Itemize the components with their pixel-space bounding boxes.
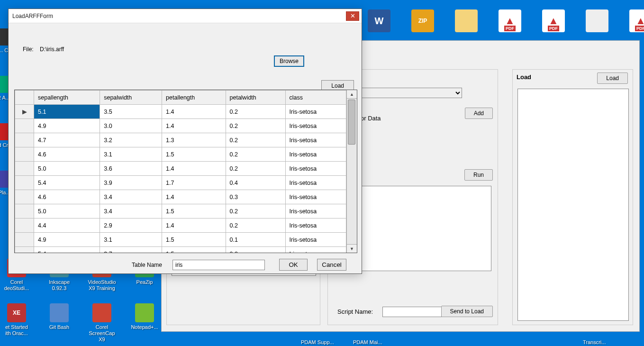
cell[interactable]: 1.4: [162, 219, 226, 233]
cell[interactable]: 3.2: [100, 133, 162, 147]
cell[interactable]: 1.7: [162, 176, 226, 190]
cell[interactable]: 1.5: [162, 233, 226, 247]
desktop-icon[interactable]: Git Bash: [43, 303, 76, 330]
cell[interactable]: 5.4: [34, 176, 100, 190]
cell[interactable]: 1.4: [162, 119, 226, 133]
table-row[interactable]: 5.03.41.50.2Iris-setosa: [15, 204, 346, 219]
cell[interactable]: 0.2: [226, 204, 285, 219]
cell[interactable]: 4.4: [34, 219, 100, 233]
cell[interactable]: 1.5: [162, 247, 226, 253]
cell[interactable]: 3.1: [100, 233, 162, 247]
cell[interactable]: 1.5: [162, 204, 226, 219]
cell[interactable]: 3.1: [100, 147, 162, 162]
run-button[interactable]: Run: [464, 169, 493, 181]
cell[interactable]: 4.9: [34, 119, 100, 133]
desktop-icon[interactable]: ZIP: [406, 9, 439, 34]
cell[interactable]: 3.6: [100, 162, 162, 176]
cell[interactable]: 1.3: [162, 133, 226, 147]
cell[interactable]: 3.7: [100, 247, 162, 253]
load-listbox[interactable]: [517, 89, 629, 321]
cell[interactable]: 3.9: [100, 176, 162, 190]
scroll-thumb[interactable]: [348, 100, 355, 145]
cell[interactable]: 0.2: [226, 247, 285, 253]
cell[interactable]: 3.4: [100, 204, 162, 219]
desktop-icon[interactable]: [450, 9, 483, 34]
column-header[interactable]: class: [285, 91, 346, 105]
cell[interactable]: 0.2: [226, 119, 285, 133]
table-row[interactable]: 5.43.71.50.2Iris-setosa: [15, 247, 346, 253]
cell[interactable]: Iris-setosa: [285, 204, 346, 219]
cell[interactable]: 0.2: [226, 162, 285, 176]
cell[interactable]: Iris-setosa: [285, 105, 346, 119]
table-row[interactable]: 5.03.61.40.2Iris-setosa: [15, 162, 346, 176]
cell[interactable]: 0.1: [226, 233, 285, 247]
load-button-right[interactable]: Load: [597, 73, 628, 84]
desktop-icon[interactable]: Notepad+...: [128, 303, 161, 330]
table-row[interactable]: 4.93.11.50.1Iris-setosa: [15, 233, 346, 247]
cell[interactable]: 5.0: [34, 204, 100, 219]
add-button[interactable]: Add: [465, 108, 493, 119]
cell[interactable]: Iris-setosa: [285, 190, 346, 204]
cell[interactable]: 0.4: [226, 176, 285, 190]
table-row[interactable]: 4.93.01.40.2Iris-setosa: [15, 119, 346, 133]
cell[interactable]: 1.5: [162, 147, 226, 162]
cell[interactable]: 0.3: [226, 190, 285, 204]
cell[interactable]: Iris-setosa: [285, 133, 346, 147]
scroll-up-icon[interactable]: ▲: [347, 90, 357, 99]
cell[interactable]: 4.9: [34, 233, 100, 247]
column-header[interactable]: sepalwidth: [100, 91, 162, 105]
cell[interactable]: 4.6: [34, 190, 100, 204]
script-name-input[interactable]: [382, 307, 444, 317]
data-grid[interactable]: sepallengthsepalwidthpetallengthpetalwid…: [14, 90, 357, 253]
cell[interactable]: 4.6: [34, 147, 100, 162]
cell[interactable]: 3.5: [100, 105, 162, 119]
cell[interactable]: Iris-setosa: [285, 176, 346, 190]
desktop-icon[interactable]: ▲PDF: [537, 9, 570, 34]
cell[interactable]: 1.4: [162, 162, 226, 176]
cell[interactable]: Iris-setosa: [285, 119, 346, 133]
cell[interactable]: Iris-setosa: [285, 147, 346, 162]
desktop-icon[interactable]: ▲PDF: [624, 9, 644, 34]
cell[interactable]: 0.2: [226, 147, 285, 162]
cell[interactable]: 5.4: [34, 247, 100, 253]
ok-button[interactable]: OK: [279, 259, 308, 271]
desktop-icon[interactable]: XEet Startedith Orac...: [0, 303, 33, 337]
desktop-icon[interactable]: [581, 9, 614, 34]
send-to-load-button[interactable]: Send to Load: [441, 306, 493, 317]
cell[interactable]: 3.4: [100, 190, 162, 204]
titlebar[interactable]: LoadARFFForm ✕: [9, 9, 362, 23]
desktop-icon[interactable]: W: [363, 9, 396, 34]
browse-button[interactable]: Browse: [274, 55, 304, 67]
cell[interactable]: Iris-setosa: [285, 247, 346, 253]
taskbar-item[interactable]: Transcri...: [583, 339, 606, 345]
desktop-icon[interactable]: ▲PDF: [493, 9, 526, 34]
cell[interactable]: 0.2: [226, 105, 285, 119]
cell[interactable]: 3.0: [100, 119, 162, 133]
cell[interactable]: Iris-setosa: [285, 233, 346, 247]
cell[interactable]: 1.4: [162, 190, 226, 204]
cell[interactable]: 5.0: [34, 162, 100, 176]
taskbar-item[interactable]: PDAM Mai...: [353, 339, 382, 345]
cancel-button[interactable]: Cancel: [317, 259, 346, 271]
cell[interactable]: 5.1: [34, 105, 100, 119]
table-row[interactable]: ▶5.13.51.40.2Iris-setosa: [15, 105, 346, 119]
scroll-down-icon[interactable]: ▼: [347, 244, 357, 253]
column-header[interactable]: petallength: [162, 91, 226, 105]
table-row[interactable]: 4.63.41.40.3Iris-setosa: [15, 190, 346, 204]
cell[interactable]: Iris-setosa: [285, 162, 346, 176]
column-header[interactable]: sepallength: [34, 91, 100, 105]
cell[interactable]: 0.2: [226, 219, 285, 233]
table-row[interactable]: 4.73.21.30.2Iris-setosa: [15, 133, 346, 147]
table-name-input[interactable]: [172, 260, 265, 270]
cell[interactable]: 1.4: [162, 105, 226, 119]
table-row[interactable]: 4.63.11.50.2Iris-setosa: [15, 147, 346, 162]
column-header[interactable]: petalwidth: [226, 91, 285, 105]
cell[interactable]: Iris-setosa: [285, 219, 346, 233]
grid-scrollbar[interactable]: ▲ ▼: [346, 90, 357, 253]
cell[interactable]: 0.2: [226, 133, 285, 147]
desktop-icon[interactable]: CorelScreenCap X9: [85, 303, 118, 343]
cell[interactable]: 4.7: [34, 133, 100, 147]
taskbar-item[interactable]: PDAM Supp...: [301, 339, 334, 345]
table-row[interactable]: 5.43.91.70.4Iris-setosa: [15, 176, 346, 190]
table-row[interactable]: 4.42.91.40.2Iris-setosa: [15, 219, 346, 233]
